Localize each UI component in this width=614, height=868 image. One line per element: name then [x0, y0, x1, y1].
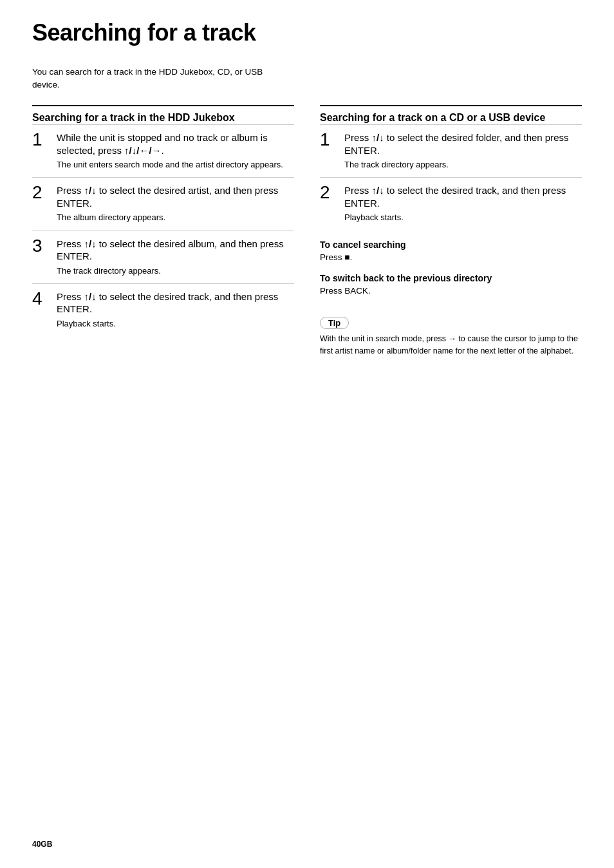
left-column: Searching for a track in the HDD Jukebox… — [32, 105, 294, 357]
right-section-title: Searching for a track on a CD or a USB d… — [320, 105, 582, 125]
step-sub-text: The track directory appears. — [344, 159, 582, 171]
page-title: Searching for a track — [32, 19, 582, 46]
step-content: Press ↑/↓ to select the desired track, a… — [344, 184, 582, 223]
cancel-searching-title: To cancel searching — [320, 240, 582, 250]
tip-label: Tip — [320, 317, 349, 329]
step-main-text: Press ↑/↓ to select the desired album, a… — [57, 238, 294, 263]
right-column: Searching for a track on a CD or a USB d… — [320, 105, 582, 357]
switch-directory-title: To switch back to the previous directory — [320, 273, 582, 283]
step-number: 2 — [32, 183, 50, 203]
left-step-4: 4 Press ↑/↓ to select the desired track,… — [32, 283, 294, 336]
left-step-1: 1 While the unit is stopped and no track… — [32, 124, 294, 177]
two-column-layout: Searching for a track in the HDD Jukebox… — [32, 105, 582, 357]
step-content: While the unit is stopped and no track o… — [57, 131, 294, 171]
tip-container: Tip With the unit in search mode, press … — [320, 308, 582, 357]
page-number: 40GB — [32, 840, 52, 849]
right-step-2: 2 Press ↑/↓ to select the desired track,… — [320, 177, 582, 230]
step-content: Press ↑/↓ to select the desired track, a… — [57, 290, 294, 330]
step-content: Press ↑/↓ to select the desired album, a… — [57, 238, 294, 277]
left-step-2: 2 Press ↑/↓ to select the desired artist… — [32, 177, 294, 230]
tip-text: With the unit in search mode, press → to… — [320, 333, 582, 357]
cancel-searching-text: Press ■. — [320, 251, 582, 264]
step-sub-text: Playback starts. — [57, 318, 294, 330]
left-section-title: Searching for a track in the HDD Jukebox — [32, 105, 294, 125]
step-number: 4 — [32, 289, 50, 309]
right-steps-list: 1 Press ↑/↓ to select the desired folder… — [320, 124, 582, 230]
intro-text: You can search for a track in the HDD Ju… — [32, 66, 290, 92]
step-content: Press ↑/↓ to select the desired artist, … — [57, 184, 294, 223]
step-main-text: While the unit is stopped and no track o… — [57, 131, 294, 156]
step-main-text: Press ↑/↓ to select the desired folder, … — [344, 131, 582, 156]
step-main-text: Press ↑/↓ to select the desired track, a… — [57, 290, 294, 316]
step-sub-text: The track directory appears. — [57, 265, 294, 277]
step-main-text: Press ↑/↓ to select the desired track, a… — [344, 184, 582, 209]
step-number: 2 — [320, 183, 338, 203]
step-main-text: Press ↑/↓ to select the desired artist, … — [57, 184, 294, 209]
switch-directory-text: Press BACK. — [320, 285, 582, 297]
step-number: 1 — [32, 130, 50, 150]
step-number: 1 — [320, 130, 338, 150]
step-content: Press ↑/↓ to select the desired folder, … — [344, 131, 582, 171]
step-number: 3 — [32, 236, 50, 256]
step-sub-text: The album directory appears. — [57, 212, 294, 223]
left-step-3: 3 Press ↑/↓ to select the desired album,… — [32, 231, 294, 283]
step-sub-text: The unit enters search mode and the arti… — [57, 159, 294, 171]
left-steps-list: 1 While the unit is stopped and no track… — [32, 124, 294, 336]
step-sub-text: Playback starts. — [344, 212, 582, 223]
right-step-1: 1 Press ↑/↓ to select the desired folder… — [320, 124, 582, 177]
